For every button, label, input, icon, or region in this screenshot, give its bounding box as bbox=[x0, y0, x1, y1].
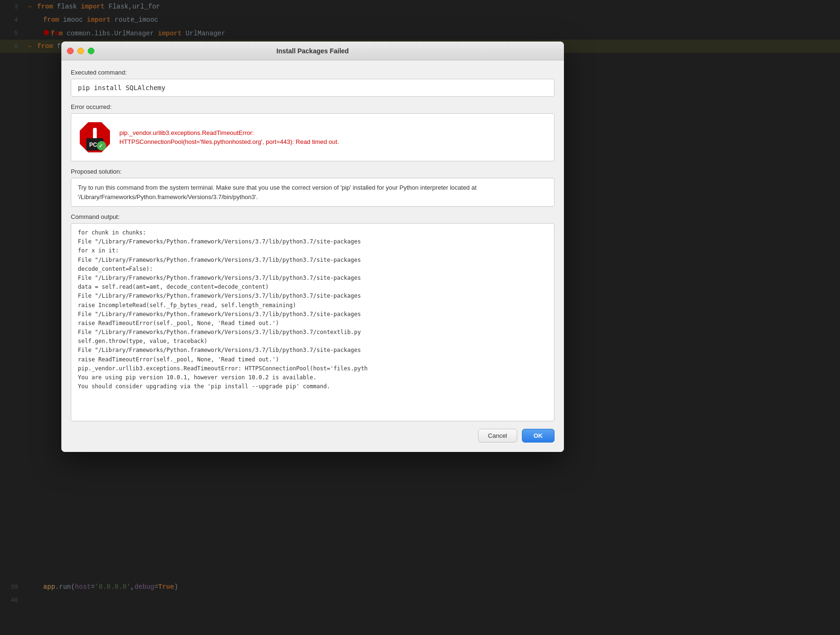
error-section: Error occurred: PC ✓ bbox=[71, 103, 554, 161]
dialog-title: Install Packages Failed bbox=[277, 47, 349, 55]
svg-text:PC: PC bbox=[89, 142, 97, 148]
output-line: raise ReadTimeoutError(self._pool, None,… bbox=[78, 319, 547, 328]
output-line: File "/Library/Frameworks/Python.framewo… bbox=[78, 328, 547, 337]
solution-label: Proposed solution: bbox=[71, 168, 554, 175]
output-line: You should consider upgrading via the 'p… bbox=[78, 382, 547, 391]
output-line: You are using pip version 10.0.1, howeve… bbox=[78, 373, 547, 382]
output-line: File "/Library/Frameworks/Python.framewo… bbox=[78, 310, 547, 319]
svg-text:✓: ✓ bbox=[99, 143, 103, 149]
output-line: File "/Library/Frameworks/Python.framewo… bbox=[78, 256, 547, 265]
output-line: raise IncompleteRead(self._fp_bytes_read… bbox=[78, 301, 547, 310]
error-icon: PC ✓ bbox=[78, 120, 112, 154]
error-message: pip._vendor.urllib3.exceptions.ReadTimeo… bbox=[119, 128, 339, 147]
ok-button[interactable]: OK bbox=[522, 429, 555, 443]
command-box: pip install SQLAlchemy bbox=[71, 79, 554, 97]
output-line: data = self.read(amt=amt, decode_content… bbox=[78, 283, 547, 292]
error-text-line2: HTTPSConnectionPool(host='files.pythonho… bbox=[119, 137, 339, 147]
install-packages-failed-dialog: Install Packages Failed Executed command… bbox=[61, 42, 564, 452]
output-line: File "/Library/Frameworks/Python.framewo… bbox=[78, 292, 547, 301]
output-line: File "/Library/Frameworks/Python.framewo… bbox=[78, 237, 547, 246]
dialog-body: Executed command: pip install SQLAlchemy… bbox=[61, 60, 564, 452]
output-line: pip._vendor.urllib3.exceptions.ReadTimeo… bbox=[78, 364, 547, 373]
error-label: Error occurred: bbox=[71, 103, 554, 110]
output-box: for chunk in chunks: File "/Library/Fram… bbox=[71, 223, 554, 421]
output-line: File "/Library/Frameworks/Python.framewo… bbox=[78, 346, 547, 355]
output-line: self.gen.throw(type, value, traceback) bbox=[78, 337, 547, 346]
solution-box: Try to run this command from the system … bbox=[71, 178, 554, 207]
window-controls bbox=[67, 48, 94, 54]
maximize-button[interactable] bbox=[88, 48, 94, 54]
output-label: Command output: bbox=[71, 213, 554, 220]
output-line: decode_content=False): bbox=[78, 265, 547, 274]
close-button[interactable] bbox=[67, 48, 74, 54]
executed-command-label: Executed command: bbox=[71, 69, 554, 76]
dialog-titlebar: Install Packages Failed bbox=[61, 42, 564, 60]
dialog-buttons: Cancel OK bbox=[71, 429, 554, 444]
output-line: raise ReadTimeoutError(self._pool, None,… bbox=[78, 355, 547, 364]
minimize-button[interactable] bbox=[77, 48, 84, 54]
cancel-button[interactable]: Cancel bbox=[478, 429, 517, 443]
error-text-line1: pip._vendor.urllib3.exceptions.ReadTimeo… bbox=[119, 128, 339, 138]
output-line: File "/Library/Frameworks/Python.framewo… bbox=[78, 274, 547, 283]
error-box: PC ✓ pip._vendor.urllib3.exceptions.Read… bbox=[71, 113, 554, 161]
output-line: for chunk in chunks: bbox=[78, 228, 547, 237]
output-line: for x in it: bbox=[78, 246, 547, 255]
